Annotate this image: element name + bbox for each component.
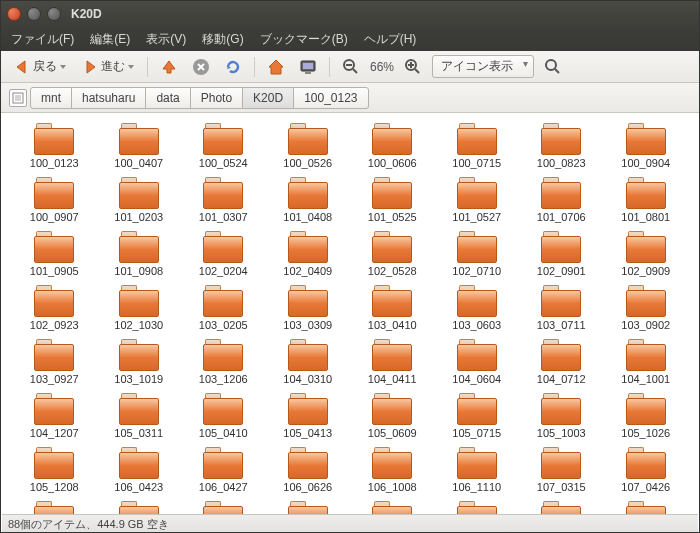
folder-item[interactable]: 105_1026 <box>606 391 687 441</box>
folder-label: 102_0409 <box>283 265 332 277</box>
folder-item[interactable]: 102_1030 <box>99 283 180 333</box>
menu-bookmarks[interactable]: ブックマーク(B) <box>260 31 348 48</box>
folder-item[interactable]: 103_0902 <box>606 283 687 333</box>
folder-item[interactable]: 106_1008 <box>352 445 433 495</box>
folder-item[interactable]: 103_0205 <box>183 283 264 333</box>
folder-item[interactable]: 100_0407 <box>99 121 180 171</box>
folder-label: 105_1003 <box>537 427 586 439</box>
forward-button[interactable]: 進む <box>77 56 139 78</box>
folder-item[interactable]: 100_0823 <box>521 121 602 171</box>
folder-item[interactable]: 107_0630 <box>99 499 180 514</box>
folder-item[interactable]: 100_0907 <box>14 175 95 225</box>
view-mode-select[interactable]: アイコン表示 <box>432 55 534 78</box>
folder-item[interactable]: 107_0426 <box>606 445 687 495</box>
folder-item[interactable]: 106_0427 <box>183 445 264 495</box>
minimize-button[interactable] <box>27 7 41 21</box>
folder-item[interactable]: 101_0307 <box>183 175 264 225</box>
folder-item[interactable]: 104_1207 <box>14 391 95 441</box>
folder-item[interactable]: 103_1019 <box>99 337 180 387</box>
folder-item[interactable]: 101_0801 <box>606 175 687 225</box>
folder-item[interactable]: 103_1206 <box>183 337 264 387</box>
folder-item[interactable]: 103_0603 <box>437 283 518 333</box>
folder-item[interactable]: 104_0411 <box>352 337 433 387</box>
breadcrumb-item[interactable]: hatsuharu <box>71 87 146 109</box>
folder-item[interactable]: 105_0715 <box>437 391 518 441</box>
menu-help[interactable]: ヘルプ(H) <box>364 31 417 48</box>
folder-item[interactable]: 103_0410 <box>352 283 433 333</box>
folder-item[interactable]: 100_0123 <box>14 121 95 171</box>
breadcrumb-item[interactable]: mnt <box>30 87 72 109</box>
back-button[interactable]: 戻る <box>9 56 71 78</box>
folder-item[interactable]: 104_1001 <box>606 337 687 387</box>
folder-item[interactable]: 105_0609 <box>352 391 433 441</box>
folder-item[interactable]: 105_0413 <box>268 391 349 441</box>
folder-item[interactable]: 108_0318 <box>352 499 433 514</box>
zoom-in-button[interactable] <box>400 56 426 78</box>
folder-item[interactable]: 103_0309 <box>268 283 349 333</box>
breadcrumb-item[interactable]: 100_0123 <box>293 87 368 109</box>
computer-button[interactable] <box>295 56 321 78</box>
folder-item[interactable]: 106_0626 <box>268 445 349 495</box>
folder-item[interactable]: 103_0711 <box>521 283 602 333</box>
folder-item[interactable]: 102_0909 <box>606 229 687 279</box>
home-icon <box>267 58 285 76</box>
folder-item[interactable]: 107_1011 <box>183 499 264 514</box>
folder-item[interactable]: 102_0710 <box>437 229 518 279</box>
folder-item[interactable]: 105_1003 <box>521 391 602 441</box>
folder-item[interactable]: 107_0315 <box>521 445 602 495</box>
breadcrumb-item[interactable]: K20D <box>242 87 294 109</box>
folder-item[interactable]: 102_0204 <box>183 229 264 279</box>
menu-go[interactable]: 移動(G) <box>202 31 243 48</box>
folder-item[interactable]: 104_0712 <box>521 337 602 387</box>
folder-item[interactable]: 100_0524 <box>183 121 264 171</box>
folder-item[interactable]: 104_0310 <box>268 337 349 387</box>
folder-item[interactable]: 105_0410 <box>183 391 264 441</box>
reload-button[interactable] <box>220 56 246 78</box>
menu-file[interactable]: ファイル(F) <box>11 31 74 48</box>
folder-item[interactable]: 108_0710 <box>606 499 687 514</box>
menu-view[interactable]: 表示(V) <box>146 31 186 48</box>
maximize-button[interactable] <box>47 7 61 21</box>
breadcrumb-item[interactable]: Photo <box>190 87 243 109</box>
folder-label: 102_0528 <box>368 265 417 277</box>
folder-item[interactable]: 101_0525 <box>352 175 433 225</box>
folder-item[interactable]: 102_0409 <box>268 229 349 279</box>
folder-item[interactable]: 105_1208 <box>14 445 95 495</box>
folder-item[interactable]: 102_0901 <box>521 229 602 279</box>
close-button[interactable] <box>7 7 21 21</box>
folder-label: 105_0609 <box>368 427 417 439</box>
folder-item[interactable]: 100_0606 <box>352 121 433 171</box>
folder-item[interactable]: 100_0715 <box>437 121 518 171</box>
folder-item[interactable]: 101_0905 <box>14 229 95 279</box>
folder-label: 100_0526 <box>283 157 332 169</box>
folder-icon <box>203 501 243 514</box>
folder-item[interactable]: 100_0526 <box>268 121 349 171</box>
folder-item[interactable]: 100_0904 <box>606 121 687 171</box>
folder-item[interactable]: 103_0927 <box>14 337 95 387</box>
folder-item[interactable]: 101_0203 <box>99 175 180 225</box>
folder-item[interactable]: 101_0408 <box>268 175 349 225</box>
folder-item[interactable]: 101_0706 <box>521 175 602 225</box>
folder-item[interactable]: 102_0528 <box>352 229 433 279</box>
folder-item[interactable]: 104_0604 <box>437 337 518 387</box>
folder-item[interactable]: 101_0527 <box>437 175 518 225</box>
folder-item[interactable]: 108_0619 <box>521 499 602 514</box>
svg-rect-2 <box>303 63 313 69</box>
path-edit-button[interactable] <box>9 89 27 107</box>
folder-item[interactable]: 106_0423 <box>99 445 180 495</box>
breadcrumb-item[interactable]: data <box>145 87 190 109</box>
search-button[interactable] <box>540 56 566 78</box>
folder-item[interactable]: 102_0923 <box>14 283 95 333</box>
folder-item[interactable]: 106_1110 <box>437 445 518 495</box>
folder-item[interactable]: 108_0429 <box>437 499 518 514</box>
up-button[interactable] <box>156 56 182 78</box>
zoom-out-button[interactable] <box>338 56 364 78</box>
menu-edit[interactable]: 編集(E) <box>90 31 130 48</box>
folder-item[interactable]: 107_0512 <box>14 499 95 514</box>
folder-item[interactable]: 107_1205 <box>268 499 349 514</box>
window-title: K20D <box>71 7 102 21</box>
stop-button[interactable] <box>188 56 214 78</box>
folder-item[interactable]: 101_0908 <box>99 229 180 279</box>
folder-item[interactable]: 105_0311 <box>99 391 180 441</box>
home-button[interactable] <box>263 56 289 78</box>
